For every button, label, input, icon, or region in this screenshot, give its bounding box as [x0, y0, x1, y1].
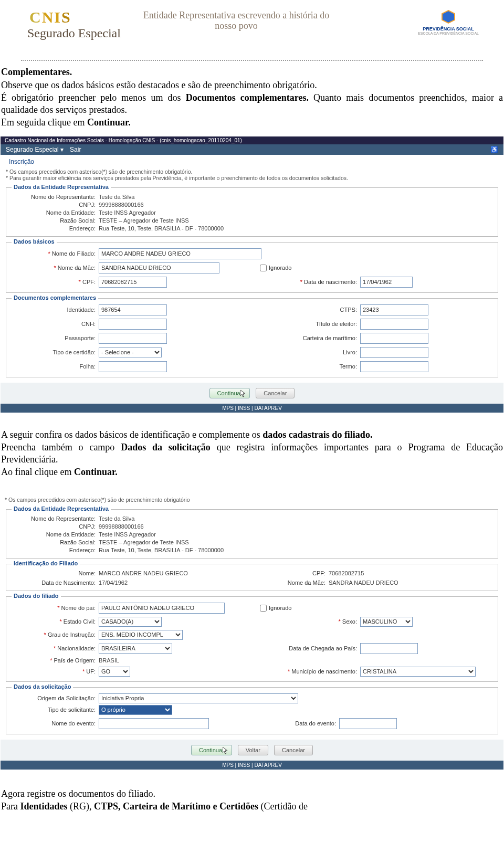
ss1-button-row: Continuar Cancelar [1, 383, 503, 404]
lbl-nasc2: Data de Nascimento: [12, 580, 99, 586]
ss2-button-row: Continuar Voltar Cancelar [1, 740, 503, 761]
previdencia-cube-icon [439, 9, 458, 25]
lbl-ignorado: Ignorado [269, 265, 291, 271]
lbl-ent: Nome da Entidade: [12, 209, 99, 216]
p1-line3a: É obrigatório preencher pelo menos um do… [1, 92, 186, 103]
input-ident[interactable] [99, 304, 167, 315]
previdencia-label-2: ESCOLA DA PREVIDÊNCIA SOCIAL [418, 31, 479, 35]
select-tiposol[interactable]: O próprio [99, 705, 172, 715]
ss1-footer: MPS | INSS | DATAPREV [1, 404, 503, 413]
select-sexo[interactable]: MASCULINO [360, 617, 413, 627]
input-livro[interactable] [360, 347, 428, 358]
p2-l1a: A seguir confira os dados básicos de ide… [1, 429, 262, 440]
lbl-cpf: CPF: [12, 279, 99, 285]
lbl-estciv: Estado Civil: [12, 618, 99, 625]
p3-l1: Agora registre os documentos do filiado. [1, 788, 155, 799]
fieldset-entidade: Dados da Entidade Representativa Nome do… [6, 187, 498, 237]
ss2-val-ent: Teste INSS Agregador [99, 531, 156, 538]
p2-l2b: Dados da solicitação [121, 442, 211, 452]
legend-ident-filiado: Identificação do Filiado [12, 560, 80, 566]
ss2-lbl-end: Endereço: [12, 547, 99, 553]
lbl-cnpj: CNPJ: [12, 202, 99, 208]
input-evdata[interactable] [339, 718, 397, 729]
lbl-ident: Identidade: [12, 307, 99, 313]
legend-docs: Documentos complementares [12, 294, 98, 301]
val-pais: BRASIL [99, 657, 119, 664]
lbl-rep: Nome do Representante: [12, 194, 99, 200]
lbl-tipocert: Tipo de certidão: [12, 349, 99, 355]
previdencia-label-1: PREVIDÊNCIA SOCIAL [418, 26, 479, 31]
val-ent: Teste INSS Agregador [99, 209, 156, 216]
fieldset-identificacao-filiado: Identificação do Filiado Nome:MARCO ANDR… [6, 564, 498, 591]
nav-segurado-especial[interactable]: Segurado Especial ▾ [6, 146, 64, 153]
select-uf[interactable]: GO [99, 667, 130, 677]
legend-solic: Dados da solicitação [12, 683, 73, 690]
input-marit[interactable] [360, 333, 428, 344]
lbl-pais: País de Origem: [12, 657, 99, 664]
lbl-mae2: Nome da Mãe: [252, 580, 329, 586]
ss2-footer: MPS | INSS | DATAPREV [1, 761, 503, 770]
screenshot-dados-filiado: * Os campos precedidos com asterisco(*) … [0, 494, 504, 770]
cancelar-button[interactable]: Cancelar [256, 388, 295, 398]
ss1-note1: * Os campos precedidos com asterisco(*) … [6, 169, 498, 175]
voltar-button[interactable]: Voltar [238, 745, 268, 755]
select-tipocert[interactable]: - Selecione - [99, 347, 162, 357]
select-nac[interactable]: BRASILEIRA [99, 644, 172, 654]
fieldset-dados-basicos: Dados básicos Nome do Filiado: Nome da M… [6, 242, 498, 293]
p1-line5a: Em seguida clique em [1, 117, 87, 128]
select-origem[interactable]: Iniciativa Propria [99, 693, 298, 703]
legend-dados-filiado: Dados do filiado [12, 593, 61, 599]
input-filiado[interactable] [99, 248, 261, 259]
input-nasc[interactable] [360, 277, 413, 288]
lbl-uf: UF: [12, 668, 99, 675]
lbl-mun: Município de nascimento: [252, 668, 360, 675]
checkbox-ignorado[interactable] [260, 265, 267, 271]
input-ctps[interactable] [360, 304, 428, 315]
val-razao: TESTE – Agregador de Teste INSS [99, 217, 189, 224]
lbl-grau: Grau de Instrução: [12, 631, 99, 638]
lbl-cpf2: CPF: [252, 570, 329, 576]
ss1-note2: * Para garantir maior eficiência nos ser… [6, 175, 498, 181]
nav-sair[interactable]: Sair [70, 146, 81, 153]
input-cpf[interactable] [99, 277, 167, 288]
select-mun[interactable]: CRISTALINA [360, 667, 476, 677]
ss2-fieldset-entidade: Dados da Entidade Representativa Nome do… [6, 509, 498, 559]
lbl-termo: Termo: [252, 363, 360, 370]
ss2-lbl-cnpj: CNPJ: [12, 523, 99, 530]
input-chegada[interactable] [360, 643, 418, 654]
input-titulo[interactable] [360, 319, 428, 330]
p3-l2d: CTPS, Carteira de Marítimo e Certidões [94, 801, 258, 812]
val-cpf2: 70682082715 [329, 570, 364, 576]
input-mae[interactable] [99, 262, 219, 273]
p1-line1: Complementares. [1, 67, 72, 77]
cancelar-button-2[interactable]: Cancelar [274, 745, 313, 755]
lbl-nasc: Data de nascimento: [252, 279, 360, 285]
val-nasc2: 17/04/1962 [99, 580, 128, 586]
input-termo[interactable] [360, 361, 428, 372]
svg-marker-0 [442, 10, 455, 23]
tab-inscricao[interactable]: Inscrição [5, 157, 38, 166]
p3-l2a: Para [1, 801, 20, 812]
ss1-navbar: Segurado Especial ▾ Sair ♿ [1, 144, 503, 155]
lbl-pass: Passaporte: [12, 335, 99, 341]
lbl-tiposol: Tipo de solicitante: [12, 707, 99, 713]
p3-l2c: (RG), [68, 801, 94, 812]
input-cnh[interactable] [99, 319, 167, 330]
input-evnome[interactable] [99, 718, 209, 729]
cursor-icon-2 [223, 747, 229, 754]
checkbox-ignorado-pai[interactable] [260, 605, 267, 612]
val-end: Rua Teste, 10, Teste, BRASILIA - DF - 78… [99, 225, 224, 231]
lbl-cnh: CNH: [12, 321, 99, 327]
ss2-val-razao: TESTE – Agregador de Teste INSS [99, 539, 189, 545]
input-pass[interactable] [99, 333, 167, 344]
input-folha[interactable] [99, 361, 167, 372]
cnis-logo: CNIS [29, 8, 71, 26]
select-grau[interactable]: ENS. MEDIO INCOMPL [99, 630, 183, 640]
select-estciv[interactable]: CASADO(A) [99, 617, 162, 627]
p2-l3a: Ao final clique em [1, 467, 74, 477]
input-pai[interactable] [99, 603, 225, 614]
banner-script-text: Entidade Representativa escrevendo a his… [136, 10, 336, 31]
fieldset-dados-filiado: Dados do filiado Nome do pai: Ignorado E… [6, 596, 498, 682]
accessibility-icon[interactable]: ♿ [490, 146, 498, 153]
lbl-evnome: Nome do evento: [12, 720, 99, 726]
